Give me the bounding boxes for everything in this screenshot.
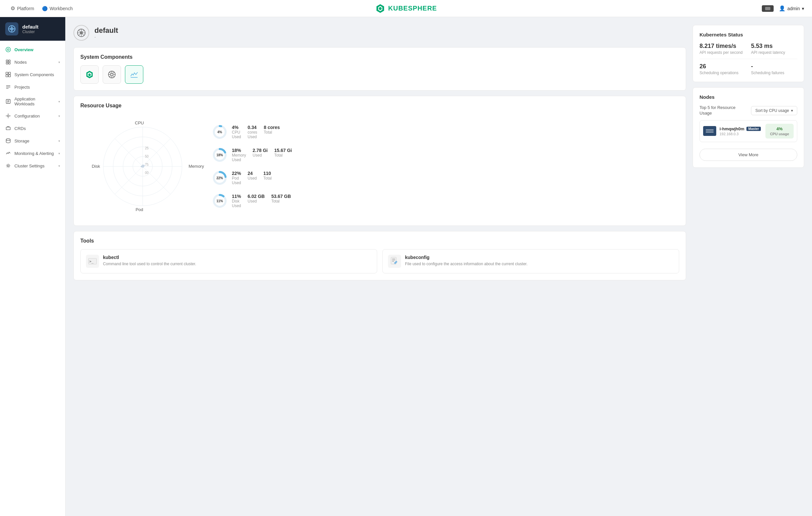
topnav-center: KUBESPHERE [375, 3, 437, 14]
kubeconfig-icon [388, 255, 401, 268]
view-more-button[interactable]: View More [699, 149, 797, 161]
svg-text:CPU: CPU [135, 120, 144, 126]
cpu-metric-row: 4% 4% CPU Used 0.34 cores [211, 124, 679, 140]
memory-metric-row: 18% 18% Memory Used 2.78 Gi U [211, 147, 679, 163]
system-components-icon [5, 72, 11, 78]
main-content: default - System Components [66, 17, 812, 516]
svg-text:Pod: Pod [136, 207, 143, 212]
radar-chart: 25 50 75 00 CPU Memory Disk Pod [80, 114, 205, 219]
sidebar-item-projects[interactable]: Projects [0, 81, 65, 93]
sidebar-item-configuration-label: Configuration [14, 114, 55, 118]
disk-total-col: 53.67 GB Total [271, 194, 291, 203]
nodes-chevron-icon: ▾ [58, 60, 60, 64]
pod-label: Pod [232, 176, 241, 181]
memory-total-label: Total [274, 153, 292, 158]
disk-metric-row: 11% 11% Disk Used 6.02 GB Use [211, 193, 679, 209]
svg-rect-7 [6, 60, 8, 62]
sidebar-item-nodes-label: Nodes [14, 60, 55, 65]
component-monitoring-btn[interactable] [125, 65, 143, 84]
sidebar-item-crds[interactable]: CRDs [0, 122, 65, 135]
workbench-nav-item[interactable]: 🔵 Workbench [39, 5, 76, 12]
page-title-area: default - [94, 26, 118, 39]
nodes-panel: Nodes Top 5 for Resource Usage Sort by C… [693, 87, 804, 168]
crds-icon [5, 126, 11, 131]
sidebar-item-monitoring[interactable]: Monitoring & Alerting ▾ [0, 147, 65, 160]
svg-text:Memory: Memory [188, 164, 204, 169]
svg-rect-8 [8, 60, 10, 62]
api-requests-label: API requests per second [699, 50, 746, 55]
page-header: default - [74, 25, 686, 41]
k8s-metrics-grid: 8.217 times/s API requests per second 5.… [699, 43, 797, 55]
kubeconfig-tool-item[interactable]: kubeconfig File used to configure the ac… [382, 249, 679, 273]
svg-rect-10 [8, 62, 10, 64]
node-ip: 192.168.0.3 [720, 132, 762, 136]
cpu-used-label: Used [232, 135, 241, 139]
scheduling-ops-metric: 26 Scheduling operations [699, 63, 746, 75]
radar-svg: 25 50 75 00 CPU Memory Disk Pod [80, 114, 205, 219]
topnav-right: 👤 admin ▾ [762, 5, 804, 12]
cluster-type: Cluster [22, 30, 38, 34]
memory-used-sub: Used [253, 153, 268, 158]
memory-pct: 18% [216, 153, 223, 157]
kubectl-desc: Command line tool used to control the cu… [103, 261, 196, 267]
svg-line-31 [110, 72, 111, 74]
memory-used-col: 18% Memory Used [232, 148, 246, 162]
platform-nav-item[interactable]: ⚙ Platform [8, 4, 37, 13]
pod-used-col: 22% Pod Used [232, 171, 241, 185]
cpu-cores-val: 0.34 [248, 125, 257, 130]
configuration-icon [5, 113, 11, 119]
app-workloads-icon [5, 99, 11, 104]
svg-line-33 [113, 72, 114, 74]
page-title: default [94, 26, 118, 35]
sidebar-item-projects-label: Projects [14, 85, 60, 90]
sort-dropdown[interactable]: Sort by CPU usage ▾ [751, 106, 797, 115]
kubectl-icon: >_ [86, 255, 99, 268]
svg-point-16 [7, 115, 9, 116]
nodes-icon [5, 59, 11, 65]
memory-metric-details: 18% Memory Used 2.78 Gi Used 15.67 Gi [232, 148, 292, 162]
resource-metrics: 4% 4% CPU Used 0.34 cores [211, 124, 679, 209]
sidebar-item-nodes[interactable]: Nodes ▾ [0, 56, 65, 68]
node-cpu-badge-wrap: 4% CPU usage [765, 124, 794, 138]
node-icon-line-1 [706, 129, 714, 130]
svg-rect-17 [6, 127, 10, 130]
cluster-header: default Cluster [0, 17, 65, 41]
svg-text:50: 50 [145, 155, 149, 158]
system-components-card: System Components [74, 47, 686, 90]
sidebar-item-overview[interactable]: Overview [0, 43, 65, 56]
component-kubesphere-btn[interactable] [80, 65, 99, 84]
memory-used-val: 2.78 Gi [253, 148, 268, 153]
disk-used-label: Used [232, 203, 241, 208]
tools-title: Tools [80, 238, 679, 244]
svg-point-5 [6, 47, 10, 52]
sidebar-item-cluster-settings[interactable]: Cluster Settings ▾ [0, 160, 65, 172]
node-name: i-hmqwjh0m Master [720, 126, 762, 131]
main-left: default - System Components [74, 25, 686, 508]
cluster-info: default Cluster [22, 24, 38, 34]
node-name-text: i-hmqwjh0m [720, 126, 745, 131]
storage-chevron-icon: ▾ [58, 139, 60, 143]
svg-rect-14 [8, 75, 10, 77]
scheduling-failures-metric: - Scheduling failures [751, 63, 797, 75]
admin-menu[interactable]: 👤 admin ▾ [779, 5, 804, 11]
sidebar-item-monitoring-label: Monitoring & Alerting [14, 151, 55, 156]
disk-total-val: 53.67 GB [271, 194, 291, 199]
sort-dropdown-label: Sort by CPU usage [755, 108, 789, 113]
sidebar-item-system-components[interactable]: System Components [0, 68, 65, 81]
platform-label: Platform [17, 6, 34, 11]
memory-total-col: 15.67 Gi Total [274, 148, 292, 158]
scheduling-ops-label: Scheduling operations [699, 71, 746, 75]
disk-total-label: Total [271, 199, 291, 203]
tools-card: Tools >_ kubectl Command line tool used … [74, 231, 686, 280]
cpu-cores-unit: cores [248, 130, 257, 135]
node-info: i-hmqwjh0m Master 192.168.0.3 [720, 126, 762, 136]
sidebar-item-configuration[interactable]: Configuration ▾ [0, 110, 65, 122]
disk-pct: 11% [216, 199, 223, 203]
component-helm-btn[interactable] [103, 65, 121, 84]
kubectl-tool-item[interactable]: >_ kubectl Command line tool used to con… [80, 249, 377, 273]
monitoring-icon [5, 150, 11, 156]
sidebar-item-storage[interactable]: Storage ▾ [0, 135, 65, 147]
dark-mode-toggle[interactable] [762, 5, 774, 12]
sidebar-item-app-workloads[interactable]: Application Workloads ▾ [0, 93, 65, 110]
sidebar-nav: Overview Nodes ▾ [0, 41, 65, 174]
